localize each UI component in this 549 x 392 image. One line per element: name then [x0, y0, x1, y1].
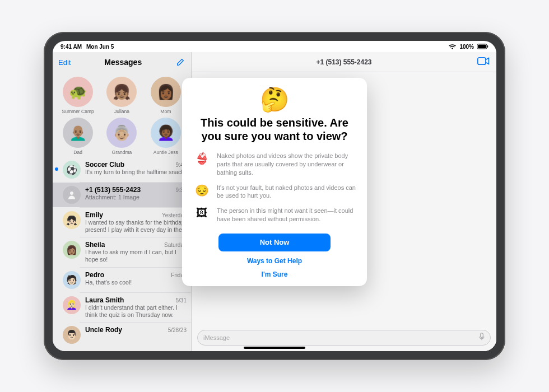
svg-point-4 — [70, 192, 73, 195]
pinned-section: 🐢Summer Camp👧🏽Juliana👩🏾Mom 👨🏽‍🦲Dad👵🏼Gran… — [53, 72, 191, 157]
edit-button[interactable]: Edit — [58, 58, 71, 67]
thinking-face-icon: 🤔 — [260, 88, 289, 111]
conversation-list[interactable]: ⚽️Soccer Club9:41It's my turn to bring t… — [53, 157, 191, 351]
conversation-row[interactable]: +1 (513) 555-24239:39Attachment: 1 Image — [53, 183, 191, 207]
conversation-name: +1 (513) 555-2423 — [85, 186, 141, 194]
conversation-preview: Attachment: 1 Image — [85, 194, 187, 201]
dictation-icon[interactable] — [479, 333, 485, 343]
im-sure-button[interactable]: I'm Sure — [262, 270, 288, 278]
bullet-icon: 😔 — [193, 184, 210, 197]
svg-rect-1 — [478, 45, 486, 49]
pinned-label: Juliana — [114, 109, 129, 114]
conversation-row[interactable]: 👱🏻‍♀️Laura Smith5/31I didn't understand … — [53, 293, 191, 322]
not-now-button[interactable]: Not Now — [218, 234, 331, 251]
conversation-name: Soccer Club — [85, 161, 124, 169]
messages-sidebar: Edit Messages 🐢Summer Camp👧🏽Juliana👩🏾Mom… — [53, 52, 192, 351]
messages-app: Edit Messages 🐢Summer Camp👧🏽Juliana👩🏾Mom… — [53, 52, 496, 351]
avatar: 🧑🏻 — [63, 271, 81, 289]
status-date: Mon Jun 5 — [86, 44, 114, 50]
ways-to-get-help-button[interactable]: Ways to Get Help — [247, 257, 302, 265]
detail-contact-title[interactable]: +1 (513) 555-2423 — [316, 58, 371, 66]
pinned-conversation[interactable]: 👩🏾‍🦱Auntie Jess — [146, 118, 185, 155]
avatar — [63, 186, 81, 204]
bullet-icon: 🖼 — [193, 207, 210, 220]
avatar: 👩🏽 — [63, 241, 81, 259]
modal-bullet: 🖼The person in this might not want it se… — [193, 207, 356, 223]
conversation-preview: I wanted to say thanks for the birthday … — [85, 219, 187, 234]
avatar: 👩🏾 — [151, 77, 181, 107]
conversation-name: Emily — [85, 211, 103, 219]
sidebar-title: Messages — [104, 58, 142, 67]
conversation-preview: I have to ask my mom if I can, but I hop… — [85, 249, 187, 263]
pinned-label: Mom — [160, 109, 171, 114]
modal-bullet-list: 👙Naked photos and videos show the privat… — [193, 152, 356, 223]
pinned-label: Summer Camp — [62, 109, 94, 114]
status-bar: 9:41 AM Mon Jun 5 100% — [53, 41, 496, 52]
wifi-icon — [449, 44, 456, 49]
bullet-icon: 👙 — [193, 152, 210, 165]
message-input-placeholder: iMessage — [203, 334, 479, 341]
svg-rect-5 — [478, 57, 486, 64]
avatar: 👩🏾‍🦱 — [151, 118, 181, 148]
screen: 9:41 AM Mon Jun 5 100% Edit Messages — [53, 41, 496, 351]
detail-header: +1 (513) 555-2423 — [192, 52, 496, 72]
avatar: 👧🏽 — [106, 77, 137, 107]
svg-rect-2 — [487, 45, 488, 48]
pinned-conversation[interactable]: 👨🏽‍🦲Dad — [58, 118, 97, 155]
message-input[interactable]: iMessage — [197, 330, 491, 346]
pinned-conversation[interactable]: 👩🏾Mom — [146, 77, 185, 114]
pinned-label: Grandma — [112, 150, 132, 155]
home-indicator[interactable] — [244, 347, 305, 349]
conversation-preview: It's my turn to bring the halftime snack… — [85, 169, 187, 176]
conversation-row[interactable]: 👧🏻EmilyYesterdayI wanted to say thanks f… — [53, 208, 191, 237]
avatar: 👵🏼 — [106, 118, 137, 148]
conversation-row[interactable]: 🧑🏻PedroFridayHa, that's so cool! — [53, 268, 191, 292]
conversation-row[interactable]: 👩🏽SheilaSaturdayI have to ask my mom if … — [53, 237, 191, 267]
pinned-conversation[interactable]: 🐢Summer Camp — [58, 77, 97, 114]
sensitive-content-modal: 🤔 This could be sensitive. Are you sure … — [182, 78, 367, 286]
avatar: 🐢 — [63, 77, 93, 107]
modal-bullet: 👙Naked photos and videos show the privat… — [193, 152, 356, 177]
modal-bullet: 😔It's not your fault, but naked photos a… — [193, 184, 356, 200]
pinned-label: Auntie Jess — [153, 150, 178, 155]
status-battery-pct: 100% — [459, 44, 474, 50]
ipad-device-frame: 9:41 AM Mon Jun 5 100% Edit Messages — [44, 32, 505, 360]
pinned-label: Dad — [73, 150, 82, 155]
conversation-row[interactable]: ⚽️Soccer Club9:41It's my turn to bring t… — [53, 157, 191, 182]
battery-icon — [477, 44, 488, 49]
sidebar-header: Edit Messages — [53, 52, 191, 72]
conversation-name: Uncle Rody — [85, 326, 122, 334]
modal-title: This could be sensitive. Are you sure yo… — [193, 116, 356, 143]
avatar: ⚽️ — [63, 161, 81, 179]
conversation-name: Sheila — [85, 241, 105, 249]
compose-button[interactable] — [175, 57, 185, 67]
bullet-text: Naked photos and videos show the private… — [217, 152, 356, 177]
conversation-name: Pedro — [85, 271, 104, 279]
unread-dot — [55, 167, 58, 171]
svg-rect-6 — [481, 333, 483, 338]
conversation-row[interactable]: 👨🏻Uncle Rody5/28/23 — [53, 323, 191, 347]
avatar: 👱🏻‍♀️ — [63, 296, 81, 314]
bullet-text: The person in this might not want it see… — [217, 207, 356, 223]
status-time: 9:41 AM — [61, 44, 82, 50]
conversation-name: Laura Smith — [85, 296, 124, 304]
avatar: 👧🏻 — [63, 211, 81, 229]
conversation-time: 5/28/23 — [168, 327, 187, 333]
bullet-text: It's not your fault, but naked photos an… — [217, 184, 356, 200]
conversation-preview: I didn't understand that part either. I … — [85, 304, 187, 319]
conversation-preview: Ha, that's so cool! — [85, 279, 187, 286]
avatar: 👨🏽‍🦲 — [63, 118, 93, 148]
pinned-conversation[interactable]: 👧🏽Juliana — [102, 77, 141, 114]
conversation-time: 5/31 — [176, 297, 187, 304]
facetime-button[interactable] — [477, 57, 490, 68]
pinned-conversation[interactable]: 👵🏼Grandma — [102, 118, 141, 155]
avatar: 👨🏻 — [63, 326, 81, 344]
